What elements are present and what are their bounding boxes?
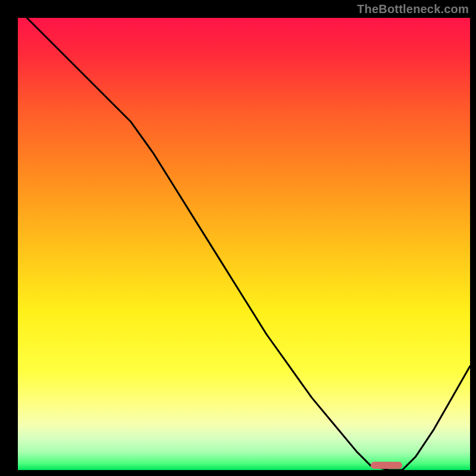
- bottleneck-curve: [18, 18, 470, 470]
- plot-area: [18, 18, 470, 470]
- minimum-band-marker: [371, 462, 402, 469]
- watermark-text: TheBottleneck.com: [357, 2, 469, 16]
- chart-frame: TheBottleneck.com: [0, 0, 476, 476]
